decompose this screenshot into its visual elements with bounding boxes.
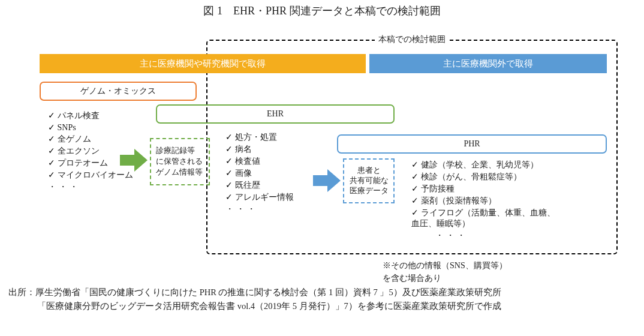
phr-item: 検診（がん、骨粗鬆症等）	[411, 172, 615, 182]
ehr-box: EHR	[156, 104, 395, 124]
genome-note: 診療記録等 に保管される ゲノム情報等	[150, 138, 210, 185]
svg-marker-1	[313, 169, 341, 192]
genomics-item: パネル検査	[48, 110, 168, 121]
genomics-item: SNPs	[48, 122, 168, 133]
phr-list: 健診（学校、企業、乳幼児等） 検診（がん、骨粗鬆症等） 予防接種 薬剤（投薬情報…	[411, 158, 615, 241]
ehr-item: 既往歴	[225, 180, 327, 191]
genomics-box: ゲノム・オミックス	[40, 82, 197, 101]
ehr-item: 検査値	[225, 156, 327, 167]
ehr-item: 画像	[225, 168, 327, 179]
source-line: 出所：厚生労働省「国民の健康づくりに向けた PHR の推進に関する検討会（第 1…	[8, 286, 636, 299]
phr-item: 予防接種	[411, 184, 615, 194]
source: 出所：厚生労働省「国民の健康づくりに向けた PHR の推進に関する検討会（第 1…	[0, 282, 644, 313]
share-note: 患者と 共有可能な 医療データ	[343, 158, 395, 203]
arrow-green-icon	[120, 149, 148, 172]
svg-marker-0	[120, 149, 148, 172]
ellipsis-icon: ・・・	[225, 204, 327, 215]
phr-item: 健診（学校、企業、乳幼児等）	[411, 160, 615, 170]
diagram-canvas: 本稿での検討範囲 主に医療機関や研究機関で取得 主に医療機関外で取得 ゲノム・オ…	[0, 18, 644, 282]
phr-item: ライフログ（活動量、体重、血糖、 血圧、睡眠等）	[411, 208, 615, 229]
footnote: ※その他の情報（SNS、購買等） を含む場合あり	[383, 259, 507, 284]
bar-orange: 主に医療機関や研究機関で取得	[40, 54, 366, 73]
phr-item: 薬剤（投薬情報等）	[411, 196, 615, 206]
bar-blue: 主に医療機関外で取得	[369, 54, 607, 73]
ehr-item: アレルギー情報	[225, 192, 327, 203]
phr-box: PHR	[337, 134, 607, 154]
arrow-blue-icon	[313, 169, 341, 192]
source-line: 「医療健康分野のビッグデータ活用研究会報告書 vol.4（2019年 5 月発行…	[8, 299, 636, 313]
ehr-item: 病名	[225, 144, 327, 155]
ehr-item: 処方・処置	[225, 132, 327, 143]
ellipsis-icon: ・・・	[435, 230, 615, 241]
ehr-list: 処方・処置 病名 検査値 画像 既往歴 アレルギー情報 ・・・	[225, 131, 327, 215]
scope-label: 本稿での検討範囲	[375, 34, 449, 45]
figure-title: 図 1 EHR・PHR 関連データと本稿での検討範囲	[0, 0, 644, 18]
